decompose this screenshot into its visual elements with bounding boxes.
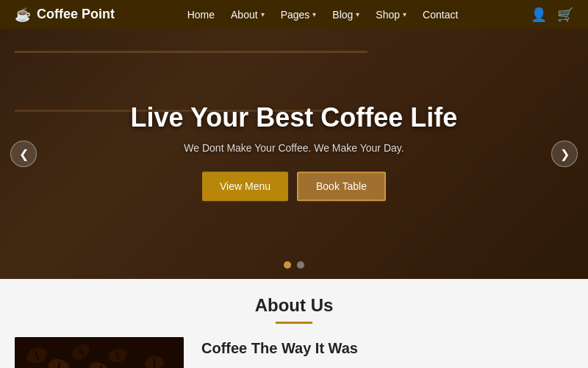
chevron-left-icon: ❮ xyxy=(19,147,29,161)
brand-name: Coffee Point xyxy=(37,7,115,22)
chevron-down-icon: ▾ xyxy=(403,10,406,18)
nav-item-home[interactable]: Home xyxy=(187,9,215,21)
hero-slider: Live Your Best Coffee Life We Dont Make … xyxy=(0,29,588,279)
navbar: ☕ Coffee Point Home About ▾ Pages ▾ Blog… xyxy=(0,0,588,29)
about-section-title: About Us xyxy=(15,295,573,316)
chevron-right-icon: ❯ xyxy=(560,147,570,161)
brand-logo[interactable]: ☕ Coffee Point xyxy=(15,7,115,23)
nav-item-contact[interactable]: Contact xyxy=(423,9,458,21)
chevron-down-icon: ▾ xyxy=(312,10,316,18)
slider-dot-1[interactable] xyxy=(284,261,291,269)
nav-link-about[interactable]: About ▾ xyxy=(231,9,265,21)
about-text: Coffee The Way It Was xyxy=(201,337,358,357)
chevron-down-icon: ▾ xyxy=(261,10,265,18)
cup-icon: ☕ xyxy=(15,7,31,23)
hero-title: Live Your Best Coffee Life xyxy=(110,102,478,133)
hero-subtitle: We Dont Make Your Coffee. We Make Your D… xyxy=(110,142,478,154)
slider-dot-2[interactable] xyxy=(297,261,304,269)
hero-content: Live Your Best Coffee Life We Dont Make … xyxy=(110,102,478,201)
slider-next-button[interactable]: ❯ xyxy=(551,141,578,167)
nav-item-pages[interactable]: Pages ▾ xyxy=(281,9,317,21)
about-card-title: Coffee The Way It Was xyxy=(201,337,358,357)
nav-links: Home About ▾ Pages ▾ Blog ▾ Shop ▾ xyxy=(187,9,459,21)
chevron-down-icon: ▾ xyxy=(356,10,359,18)
nav-item-about[interactable]: About ▾ xyxy=(231,9,265,21)
nav-link-shop[interactable]: Shop ▾ xyxy=(376,9,406,21)
slider-dots xyxy=(284,261,304,269)
view-menu-button[interactable]: View Menu xyxy=(202,171,288,201)
about-section: About Us xyxy=(0,279,588,368)
nav-link-home[interactable]: Home xyxy=(187,9,215,21)
book-table-button[interactable]: Book Table xyxy=(297,171,386,201)
nav-item-shop[interactable]: Shop ▾ xyxy=(376,9,406,21)
slider-prev-button[interactable]: ❮ xyxy=(10,141,37,167)
hero-buttons: View Menu Book Table xyxy=(110,171,478,201)
nav-actions: 👤 🛒 xyxy=(531,7,573,23)
section-divider xyxy=(276,322,312,324)
nav-item-blog[interactable]: Blog ▾ xyxy=(332,9,359,21)
about-title-area: About Us xyxy=(15,295,573,324)
about-image xyxy=(15,337,184,368)
nav-link-contact[interactable]: Contact xyxy=(423,9,458,21)
cart-icon[interactable]: 🛒 xyxy=(557,7,573,23)
nav-link-blog[interactable]: Blog ▾ xyxy=(332,9,359,21)
nav-link-pages[interactable]: Pages ▾ xyxy=(281,9,317,21)
coffee-beans-visual xyxy=(15,337,184,368)
user-icon[interactable]: 👤 xyxy=(531,7,547,23)
about-content: Coffee The Way It Was xyxy=(15,337,573,368)
